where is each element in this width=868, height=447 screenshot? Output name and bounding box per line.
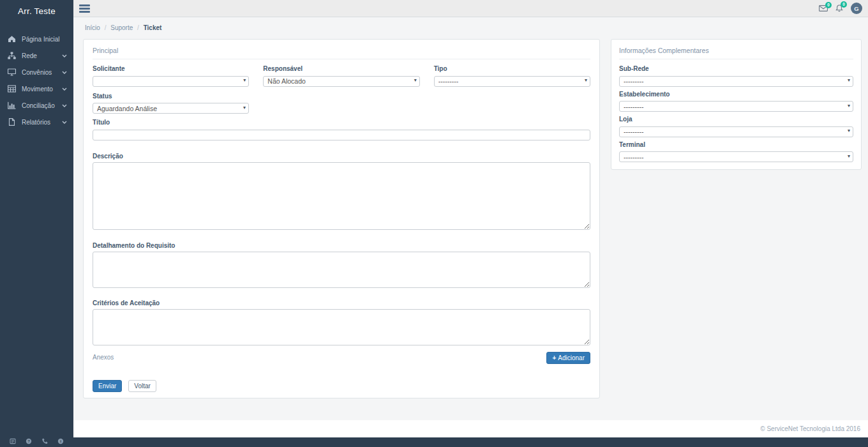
terminal-label: Terminal — [619, 141, 853, 148]
sidebar-item-label: Movimento — [22, 86, 53, 93]
detalhamento-textarea[interactable] — [93, 252, 590, 288]
sidebar-nav: Página Inicial Rede Convênios — [0, 31, 73, 436]
chevron-down-icon — [62, 54, 67, 57]
content-area: Início / Suporte / Ticket Principal Soli… — [73, 17, 868, 420]
main-column: 0 0 G Início / Suporte / Ticket Prin — [73, 0, 868, 447]
sidebar-item-label: Conciliação — [22, 102, 55, 109]
messages-button[interactable]: 0 — [819, 5, 828, 11]
app-window: Arr. Teste Página Inicial Rede — [0, 0, 868, 447]
notifications-badge: 0 — [841, 1, 847, 8]
sidebar-item-pagina-inicial[interactable]: Página Inicial — [0, 31, 73, 47]
complementary-info-card: Informações Complementares Sub-Rede ----… — [611, 39, 862, 170]
sidebar-item-convenios[interactable]: Convênios — [0, 64, 73, 80]
sidebar-item-movimento[interactable]: Movimento — [0, 80, 73, 97]
copyright-text: © ServiceNet Tecnologia Ltda 2016 — [760, 425, 860, 432]
responsavel-label: Responsável — [263, 65, 419, 72]
menu-toggle-icon[interactable] — [79, 4, 90, 13]
help-icon[interactable]: ? — [26, 438, 32, 444]
chevron-down-icon — [62, 71, 67, 74]
detalhamento-label: Detalhamento do Requisito — [93, 242, 590, 249]
sidebar-footer: ? i — [0, 436, 73, 446]
sub-rede-label: Sub-Rede — [619, 65, 853, 72]
table-icon — [8, 85, 17, 93]
titulo-input[interactable] — [93, 130, 590, 140]
phone-icon[interactable] — [41, 438, 48, 444]
sub-rede-select[interactable]: --------- — [619, 76, 853, 87]
svg-text:i: i — [60, 439, 61, 443]
plus-icon: + — [552, 354, 556, 361]
topbar: 0 0 G — [73, 0, 868, 17]
section-title-principal: Principal — [93, 45, 590, 59]
brand-title: Arr. Teste — [0, 0, 73, 22]
section-title-informacoes: Informações Complementares — [619, 45, 853, 59]
descricao-label: Descrição — [93, 153, 590, 160]
solicitante-select[interactable] — [93, 76, 249, 87]
loja-label: Loja — [619, 116, 853, 123]
status-select[interactable]: Aguardando Análise — [93, 103, 249, 114]
estabelecimento-label: Estabelecimento — [619, 91, 853, 98]
chevron-down-icon — [62, 104, 67, 107]
solicitante-label: Solicitante — [93, 65, 249, 72]
tipo-select[interactable]: --------- — [434, 76, 590, 87]
sitemap-icon — [8, 52, 17, 59]
messages-badge: 0 — [825, 2, 832, 8]
sidebar-item-conciliacao[interactable]: Conciliação — [0, 97, 73, 114]
breadcrumb-link-inicio[interactable]: Início — [85, 24, 100, 31]
sidebar-item-label: Relatórios — [22, 119, 50, 126]
user-avatar[interactable]: G — [851, 3, 862, 14]
estabelecimento-select[interactable]: --------- — [619, 101, 853, 112]
criterios-label: Critérios de Aceitação — [93, 299, 590, 307]
titulo-label: Título — [93, 119, 590, 126]
responsavel-select[interactable]: Não Alocado — [263, 76, 419, 87]
file-icon — [8, 118, 17, 126]
sidebar-item-label: Convênios — [22, 69, 52, 76]
notifications-button[interactable]: 0 — [835, 4, 843, 12]
back-button[interactable]: Voltar — [128, 380, 156, 392]
sidebar-item-rede[interactable]: Rede — [0, 47, 73, 64]
info-icon[interactable]: i — [57, 438, 64, 444]
descricao-textarea[interactable] — [93, 162, 590, 230]
chevron-down-icon — [62, 87, 67, 91]
sidebar-item-label: Página Inicial — [22, 36, 59, 43]
bottom-strip — [73, 437, 868, 447]
tipo-label: Tipo — [434, 65, 590, 72]
breadcrumb: Início / Suporte / Ticket — [85, 24, 862, 31]
loja-select[interactable]: --------- — [619, 126, 853, 137]
ticket-form-card: Principal Solicitante Responsável — [83, 39, 600, 398]
home-icon — [8, 35, 17, 43]
terminal-select[interactable]: --------- — [619, 151, 853, 162]
sidebar-item-relatorios[interactable]: Relatórios — [0, 114, 73, 130]
chevron-down-icon — [62, 121, 67, 124]
anexos-label: Anexos — [93, 352, 114, 361]
sidebar-item-label: Rede — [22, 52, 37, 59]
criterios-textarea[interactable] — [93, 309, 590, 345]
add-attachment-button[interactable]: + Adicionar — [546, 352, 590, 364]
breadcrumb-link-suporte[interactable]: Suporte — [110, 24, 133, 31]
sidebar: Arr. Teste Página Inicial Rede — [0, 0, 73, 447]
bar-chart-icon — [8, 102, 17, 109]
newspaper-icon[interactable] — [10, 438, 16, 444]
breadcrumb-active: Ticket — [144, 24, 162, 31]
desktop-icon — [8, 68, 17, 76]
submit-button[interactable]: Enviar — [93, 380, 122, 392]
status-label: Status — [93, 93, 249, 100]
page-footer: © ServiceNet Tecnologia Ltda 2016 — [73, 420, 868, 437]
svg-text:?: ? — [27, 439, 30, 443]
